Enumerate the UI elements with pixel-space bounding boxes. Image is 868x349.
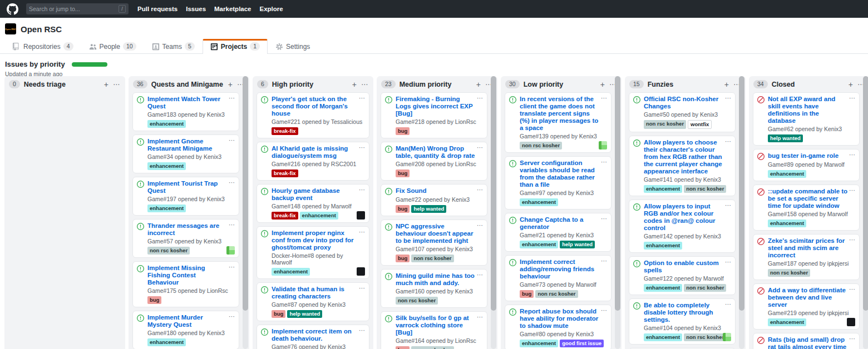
card-title-link[interactable]: Implement Missing Fishing Contest Behavi…	[147, 265, 228, 286]
card-menu-kebab-icon[interactable]: ⋯	[725, 138, 732, 145]
card-menu-kebab-icon[interactable]: ⋯	[849, 335, 856, 342]
issue-card[interactable]: Allow players to choose their character'…	[629, 136, 736, 196]
add-card-plus-icon[interactable]: +	[849, 81, 853, 88]
card-title-link[interactable]: Validate that a human is creating charac…	[272, 286, 358, 300]
issue-card[interactable]: Thrander messages are incorrect⋯Game#57 …	[132, 219, 239, 258]
issue-card[interactable]: Allow players to input RGB and/or hex co…	[629, 200, 736, 253]
card-menu-kebab-icon[interactable]: ⋯	[229, 263, 235, 271]
issue-card[interactable]: In recent versions of the client the gam…	[505, 92, 611, 153]
card-title-link[interactable]: Be able to completely disable lottery th…	[644, 302, 724, 323]
assignee-avatar[interactable]	[847, 318, 855, 326]
issue-label-enhancement[interactable]: enhancement	[644, 242, 682, 250]
card-menu-kebab-icon[interactable]: ⋯	[725, 258, 732, 266]
card-title-link[interactable]: Al Kharid gate is missing dialogue/syste…	[272, 145, 358, 159]
card-title-link[interactable]: Implement Tourist Trap Quest	[147, 180, 228, 195]
issue-card[interactable]: Implement correct item on death behaviou…	[257, 325, 369, 349]
issue-label-non-rsc-kosher[interactable]: non rsc kosher	[768, 269, 810, 277]
issue-label-non-rsc-kosher[interactable]: non rsc kosher	[411, 255, 453, 262]
issue-card[interactable]: Rats (big and small) drop rat tails almo…	[753, 333, 860, 349]
card-title-link[interactable]: Man(Men) Wrong Drop table, quantity & dr…	[396, 145, 476, 159]
add-card-plus-icon[interactable]: +	[228, 81, 233, 88]
add-card-plus-icon[interactable]: +	[104, 81, 108, 88]
column-menu-kebab-icon[interactable]: ⋯	[113, 81, 120, 88]
card-title-link[interactable]: Hourly game database backup event	[272, 187, 358, 202]
issue-label-bug[interactable]: bug	[396, 346, 410, 349]
card-title-link[interactable]: Implement correct adding/removing friend…	[520, 258, 600, 280]
add-card-plus-icon[interactable]: +	[724, 81, 729, 88]
issue-label-help-wanted[interactable]: help wanted	[560, 241, 595, 248]
assignee-avatar[interactable]	[599, 141, 607, 149]
column-scrollbar-thumb[interactable]	[491, 76, 496, 311]
card-title-link[interactable]: Firemaking - Burning Logs gives incorrec…	[396, 96, 476, 117]
column-scrollbar-thumb[interactable]	[243, 76, 248, 311]
card-title-link[interactable]: Option to enable custom spells	[644, 260, 724, 274]
issue-card[interactable]: Add a way to differentiate between dev a…	[753, 283, 860, 330]
issue-label-enhancement[interactable]: enhancement	[300, 212, 338, 220]
card-title-link[interactable]: Thrander messages are incorrect	[147, 222, 228, 237]
issue-label-non-rsc-kosher[interactable]: non rsc kosher	[684, 185, 726, 193]
issue-label-enhancement[interactable]: enhancement	[520, 241, 558, 248]
assignee-avatar[interactable]	[357, 267, 365, 276]
card-menu-kebab-icon[interactable]: ⋯	[849, 151, 856, 158]
issue-label-non-rsc-kosher[interactable]: non rsc kosher	[411, 346, 453, 349]
issue-card[interactable]: Player's get stuck on the second floor o…	[257, 92, 369, 138]
card-menu-kebab-icon[interactable]: ⋯	[477, 186, 484, 193]
issue-card[interactable]: Mining guild mine has too much mith and …	[381, 269, 487, 308]
card-title-link[interactable]: Fix Sound	[396, 187, 476, 195]
issue-card[interactable]: Implement Gnome Restaurant Minigame⋯Game…	[132, 134, 239, 173]
card-title-link[interactable]: Implement Watch Tower Quest	[147, 96, 228, 110]
card-menu-kebab-icon[interactable]: ⋯	[229, 313, 235, 320]
issue-label-non-rsc-kosher[interactable]: non rsc kosher	[644, 120, 686, 129]
card-menu-kebab-icon[interactable]: ⋯	[849, 236, 856, 243]
card-title-link[interactable]: Player's get stuck on the second floor o…	[272, 96, 358, 117]
issue-card[interactable]: ::update command able to be set a specif…	[753, 185, 860, 231]
issue-card[interactable]: Be able to completely disable lottery th…	[629, 298, 736, 345]
issue-label-bug[interactable]: bug	[147, 296, 161, 304]
card-title-link[interactable]: Mining guild mine has too much mith and …	[396, 272, 476, 287]
card-menu-kebab-icon[interactable]: ⋯	[601, 257, 608, 265]
column-scrollbar-thumb[interactable]	[739, 76, 744, 311]
issue-label-bug[interactable]: bug	[520, 290, 534, 298]
card-title-link[interactable]: Add a way to differentiate between dev a…	[768, 287, 848, 308]
issue-card[interactable]: NPC aggressive behaviour doesn't appear …	[381, 220, 487, 266]
card-menu-kebab-icon[interactable]: ⋯	[359, 228, 366, 236]
issue-label-bug[interactable]: bug	[396, 205, 410, 213]
issue-label-enhancement[interactable]: enhancement	[768, 318, 806, 326]
nav-explore[interactable]: Explore	[260, 6, 283, 12]
add-card-plus-icon[interactable]: +	[352, 81, 357, 88]
card-title-link[interactable]: Allow players to input RGB and/or hex co…	[644, 203, 724, 232]
issue-card[interactable]: Hourly game database backup event⋯Game#1…	[257, 184, 369, 223]
card-menu-kebab-icon[interactable]: ⋯	[359, 94, 366, 102]
issue-card[interactable]: Silk buy/sells for 0 gp at varrock cloth…	[381, 311, 487, 349]
tab-projects[interactable]: Projects 1	[203, 39, 268, 54]
issue-card[interactable]: Fix Sound⋯Game#22 opened by Kenix3bughel…	[381, 184, 487, 216]
issue-label-bug[interactable]: bug	[272, 310, 285, 318]
issue-label-bug[interactable]: bug	[396, 127, 410, 135]
card-menu-kebab-icon[interactable]: ⋯	[477, 313, 484, 321]
card-menu-kebab-icon[interactable]: ⋯	[601, 158, 608, 166]
issue-card[interactable]: Implement Watch Tower Quest⋯Game#183 ope…	[132, 92, 239, 131]
issue-label-break-fix[interactable]: break-fix	[272, 212, 298, 220]
issue-card[interactable]: Implement Missing Fishing Contest Behavi…	[132, 261, 239, 307]
column-menu-kebab-icon[interactable]: ⋯	[361, 81, 368, 88]
issue-label-non-rsc-kosher[interactable]: non rsc kosher	[147, 247, 190, 255]
card-title-link[interactable]: Official RSC non-Kosher Changes	[644, 96, 724, 110]
card-menu-kebab-icon[interactable]: ⋯	[477, 94, 484, 102]
issue-card[interactable]: Server configuration variables should be…	[505, 156, 611, 210]
card-menu-kebab-icon[interactable]: ⋯	[849, 286, 856, 293]
card-menu-kebab-icon[interactable]: ⋯	[229, 221, 235, 228]
issue-card[interactable]: bug tester in-game role⋯Game#89 opened b…	[753, 149, 860, 181]
issue-label-enhancement[interactable]: enhancement	[147, 205, 186, 212]
issue-card[interactable]: Al Kharid gate is missing dialogue/syste…	[257, 142, 369, 181]
issue-label-wontfix[interactable]: wontfix	[688, 120, 712, 129]
github-logo-icon[interactable]	[7, 3, 18, 15]
project-title[interactable]: Issues by priority	[5, 60, 65, 68]
card-menu-kebab-icon[interactable]: ⋯	[601, 94, 608, 102]
issue-card[interactable]: Zeke's scimitar prices for steel and mit…	[753, 234, 860, 280]
card-menu-kebab-icon[interactable]: ⋯	[229, 137, 235, 144]
issue-label-break-fix[interactable]: break-fix	[272, 169, 298, 177]
card-title-link[interactable]: Report abuse box should have ability for…	[520, 308, 600, 330]
issue-label-non-rsc-kosher[interactable]: non rsc kosher	[535, 290, 578, 298]
issue-card[interactable]: Implement proper nginx conf from dev int…	[257, 226, 369, 279]
column-scrollbar-thumb[interactable]	[863, 76, 868, 311]
